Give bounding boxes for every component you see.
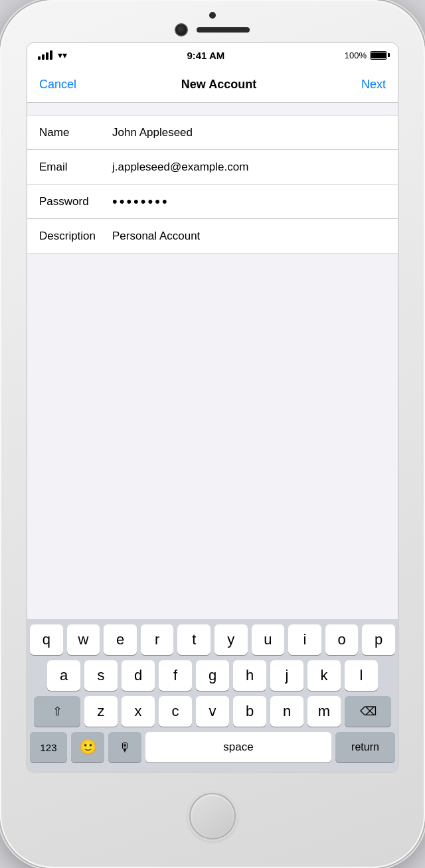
return-key[interactable]: return <box>335 732 395 762</box>
status-time: 9:41 AM <box>187 50 224 61</box>
key-y[interactable]: y <box>214 624 248 655</box>
status-right: 100% <box>345 50 387 60</box>
key-l[interactable]: l <box>345 660 378 691</box>
keyboard[interactable]: q w e r t y u i o p a s d f g h j k <box>27 619 398 772</box>
name-label: Name <box>39 126 112 139</box>
description-label: Description <box>39 230 112 243</box>
key-k[interactable]: k <box>307 660 341 691</box>
home-button[interactable] <box>189 793 236 839</box>
name-value[interactable]: John Appleseed <box>112 126 386 139</box>
key-z[interactable]: z <box>84 696 118 727</box>
navigation-bar: Cancel New Account Next <box>27 67 398 103</box>
key-u[interactable]: u <box>252 624 285 655</box>
wifi-icon: ▾▾ <box>58 50 67 60</box>
status-left: ▾▾ <box>38 50 67 60</box>
password-row[interactable]: Password •••••••• <box>27 184 398 219</box>
key-d[interactable]: d <box>122 660 155 691</box>
key-s[interactable]: s <box>84 660 118 691</box>
battery-icon <box>370 51 387 60</box>
key-g[interactable]: g <box>196 660 229 691</box>
emoji-key[interactable]: 🙂 <box>71 732 104 762</box>
key-f[interactable]: f <box>159 660 192 691</box>
keyboard-row-1: q w e r t y u i o p <box>30 624 395 655</box>
keyboard-row-2: a s d f g h j k l <box>30 660 395 691</box>
key-m[interactable]: m <box>307 696 341 727</box>
email-row[interactable]: Email j.appleseed@example.com <box>27 150 398 184</box>
top-sensors <box>175 24 250 36</box>
page-title: New Account <box>181 78 256 92</box>
key-j[interactable]: j <box>270 660 303 691</box>
space-key[interactable]: space <box>145 732 331 762</box>
content-area <box>27 254 398 619</box>
key-n[interactable]: n <box>270 696 303 727</box>
key-e[interactable]: e <box>104 624 137 655</box>
cancel-button[interactable]: Cancel <box>39 78 76 92</box>
password-label: Password <box>39 195 112 208</box>
key-b[interactable]: b <box>233 696 266 727</box>
microphone-key[interactable]: 🎙 <box>108 732 141 762</box>
next-button[interactable]: Next <box>361 78 386 92</box>
keyboard-row-4: 123 🙂 🎙 space return <box>30 732 395 762</box>
phone-bottom <box>189 772 236 868</box>
earpiece-speaker <box>197 27 250 33</box>
name-row[interactable]: Name John Appleseed <box>27 115 398 150</box>
phone-screen: ▾▾ 9:41 AM 100% Cancel New Account Next … <box>27 42 398 772</box>
key-t[interactable]: t <box>177 624 211 655</box>
account-form: Name John Appleseed Email j.appleseed@ex… <box>27 115 398 254</box>
keyboard-row-3: ⇧ z x c v b n m ⌫ <box>30 696 395 727</box>
key-c[interactable]: c <box>159 696 192 727</box>
phone-frame: ▾▾ 9:41 AM 100% Cancel New Account Next … <box>0 0 425 868</box>
key-o[interactable]: o <box>325 624 359 655</box>
signal-bars <box>38 50 52 60</box>
phone-top <box>0 0 425 40</box>
front-camera <box>209 12 216 19</box>
numbers-key[interactable]: 123 <box>30 732 67 762</box>
email-label: Email <box>39 161 112 174</box>
battery-fill <box>371 52 386 58</box>
key-h[interactable]: h <box>233 660 266 691</box>
battery-percent: 100% <box>345 50 367 60</box>
key-i[interactable]: i <box>288 624 321 655</box>
camera-lens <box>175 24 187 36</box>
key-w[interactable]: w <box>67 624 100 655</box>
email-value[interactable]: j.appleseed@example.com <box>112 161 386 174</box>
key-r[interactable]: r <box>141 624 174 655</box>
description-row[interactable]: Description Personal Account <box>27 219 398 253</box>
password-value[interactable]: •••••••• <box>112 193 386 210</box>
status-bar: ▾▾ 9:41 AM 100% <box>27 43 398 67</box>
key-x[interactable]: x <box>122 696 155 727</box>
key-a[interactable]: a <box>47 660 80 691</box>
shift-key[interactable]: ⇧ <box>34 696 80 727</box>
key-q[interactable]: q <box>30 624 63 655</box>
description-value[interactable]: Personal Account <box>112 230 386 243</box>
delete-key[interactable]: ⌫ <box>345 696 391 727</box>
key-v[interactable]: v <box>196 696 229 727</box>
key-p[interactable]: p <box>362 624 395 655</box>
